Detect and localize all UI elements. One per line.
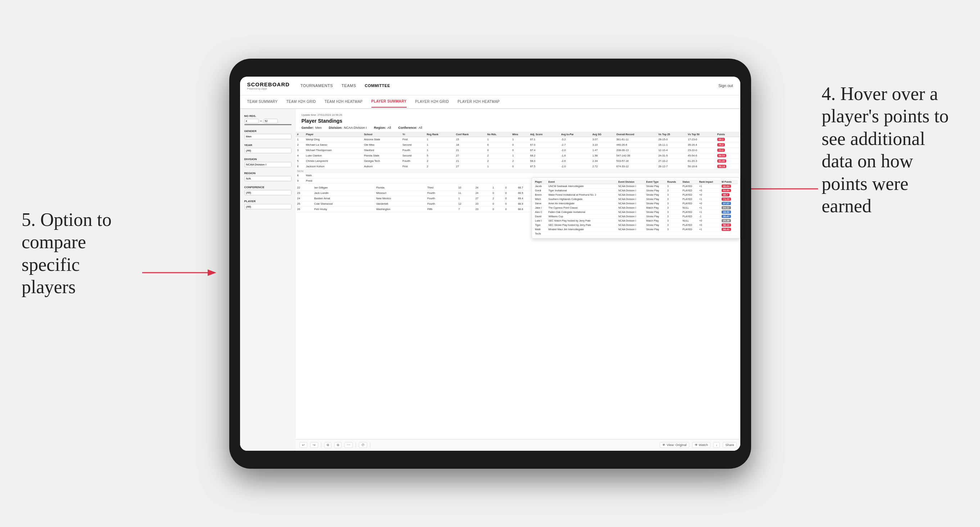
filter-division: Division: NCAA Division I: [329, 126, 367, 130]
hover-popup: Player Event Event Division Event Type R…: [531, 177, 740, 238]
table-row: 6 Jackson Kohon Auburn First 2 27 1 0 87…: [296, 163, 740, 169]
sidebar-no-rds-max-input[interactable]: [263, 119, 278, 124]
table-row: 4 Luke Clanton Florida State Second 5 27…: [296, 153, 740, 158]
table-header-row: # Player School Yr Reg Rank Conf Rank No…: [296, 132, 740, 137]
nav-teams[interactable]: TEAMS: [342, 82, 356, 89]
watch-button[interactable]: 👁 Watch: [692, 442, 710, 448]
sidebar-player-label: Player: [244, 200, 291, 203]
col-rank: #: [296, 132, 305, 137]
sub-nav-team-h2h-grid[interactable]: TEAM H2H GRID: [286, 96, 316, 107]
filter-region: Region: All: [374, 126, 391, 130]
popup-col-player: Player: [534, 180, 547, 184]
sidebar-region: Region N/A: [244, 171, 291, 181]
nav-committee[interactable]: COMMITTEE: [365, 82, 390, 89]
sign-out-link[interactable]: Sign out: [718, 83, 733, 88]
table-divider-row: Niche: [296, 169, 740, 173]
annotation-left: 5. Option to compare specific players: [22, 209, 137, 298]
popup-col-rank-impact: Rank Impact: [698, 180, 721, 184]
toolbar-sep1: [321, 442, 321, 448]
table-row: 2 Michael La Sasso Ole Miss Second 1 18 …: [296, 142, 740, 148]
sidebar-no-rds-label: No Rds.: [244, 114, 291, 117]
popup-table-row: Mitch Southern Highlands Collegiate NCAA…: [534, 197, 738, 201]
filter-gender: Gender: Men: [302, 126, 322, 130]
nav-tournaments[interactable]: TOURNAMENTS: [301, 82, 333, 89]
popup-table-row: David Williams Cup NCAA Division I Strok…: [534, 214, 738, 218]
content-header: Update time: 27/01/2024 16:56:26 Player …: [296, 109, 740, 132]
sidebar-gender-select[interactable]: Men Women: [244, 134, 291, 139]
col-avg-sg: Avg SG: [591, 132, 615, 137]
sidebar-conference: Conference (All): [244, 186, 291, 195]
sub-nav-team-h2h-heatmap[interactable]: TEAM H2H HEATMAP: [325, 96, 363, 107]
watch-label: Watch: [699, 443, 708, 447]
sidebar-division-select[interactable]: NCAA Division I: [244, 162, 291, 167]
col-conf-rank: Conf Rank: [455, 132, 486, 137]
content-area: Update time: 27/01/2024 16:56:26 Player …: [296, 109, 740, 451]
col-yr: Yr: [401, 132, 425, 137]
content-title: Player Standings: [302, 118, 735, 124]
table-row: 5 Christo Lamprecht Georgia Tech Fourth …: [296, 158, 740, 163]
more-button[interactable]: ⋯: [344, 442, 353, 448]
col-vs50: Vs Top 50: [686, 132, 716, 137]
update-time: Update time: 27/01/2024 16:56:26: [302, 113, 735, 117]
col-reg-rank: Reg Rank: [425, 132, 455, 137]
sidebar-no-rds-slider[interactable]: [244, 124, 291, 125]
logo-area: SCOREBOARD Powered by clippi: [247, 81, 290, 90]
col-player: Player: [304, 132, 363, 137]
undo-button[interactable]: ↩: [299, 442, 307, 448]
sidebar-gender-label: Gender: [244, 130, 291, 133]
filter-row: Gender: Men Division: NCAA Division I Re…: [302, 126, 735, 130]
popup-table-row: Alex C Fallen Oak Collegiate Invitationa…: [534, 210, 738, 214]
sidebar-conference-select[interactable]: (All): [244, 190, 291, 195]
logo-text: SCOREBOARD: [247, 81, 290, 87]
sub-nav-player-h2h-heatmap[interactable]: PLAYER H2H HEATMAP: [457, 96, 500, 107]
sidebar-conference-label: Conference: [244, 186, 291, 189]
sidebar-region-select[interactable]: N/A: [244, 176, 291, 181]
sidebar-division: Division NCAA Division I: [244, 157, 291, 167]
popup-table-row: Techi: [534, 231, 738, 236]
popup-table-row: Brenn Wake Forest Invitational at Pinehu…: [534, 192, 738, 197]
share-label: Share: [725, 443, 734, 447]
paste-button[interactable]: ⧉: [334, 442, 342, 448]
view-original-button[interactable]: 👁 View: Original: [660, 442, 689, 448]
sub-nav-player-summary[interactable]: PLAYER SUMMARY: [371, 96, 407, 108]
download-button[interactable]: ↓: [713, 442, 720, 448]
bottom-toolbar: ↩ ↪ ⧉ ⧉ ⋯ ⏱ 👁 View: Original: [296, 439, 740, 451]
annotation-right: 4. Hover over a player's points to see a…: [822, 83, 958, 217]
sidebar-player-select[interactable]: (All): [244, 204, 291, 210]
table-wrapper: # Player School Yr Reg Rank Conf Rank No…: [296, 132, 740, 439]
popup-table-row: Gordi Tiger Invitational NCAA Division I…: [534, 188, 738, 192]
redo-button[interactable]: ↪: [310, 442, 318, 448]
popup-col-w-points: W Points: [721, 180, 737, 184]
nav-right: Sign out: [718, 83, 733, 88]
sub-nav-team-summary[interactable]: TEAM SUMMARY: [247, 96, 278, 107]
toolbar-right: 👁 View: Original 👁 Watch ↓ Share: [660, 442, 737, 448]
popup-col-rounds: Rounds: [666, 180, 681, 184]
table-row: 3 Michael Thorbjornsen Stanford Fourth 1…: [296, 148, 740, 153]
copy-button[interactable]: ⧉: [324, 442, 331, 448]
tablet-screen: SCOREBOARD Powered by clippi TOURNAMENTS…: [240, 77, 740, 451]
sidebar-no-rds-min-input[interactable]: [244, 119, 259, 124]
popup-header-row: Player Event Event Division Event Type R…: [534, 180, 738, 184]
arrow-left-icon: [142, 265, 221, 280]
sub-nav-player-h2h-grid[interactable]: PLAYER H2H GRID: [415, 96, 449, 107]
share-button[interactable]: Share: [723, 442, 737, 448]
col-vs25: Vs Top 25: [657, 132, 686, 137]
page-wrapper: 5. Option to compare specific players 4.…: [0, 0, 980, 527]
popup-table-row: Tiger SEC Stroke Play hosted by Jerry Pa…: [534, 223, 738, 227]
sidebar-gender: Gender Men Women: [244, 130, 291, 139]
popup-col-division: Event Division: [617, 180, 645, 184]
col-adj-score: Adj. Score: [529, 132, 560, 137]
sub-nav: TEAM SUMMARY TEAM H2H GRID TEAM H2H HEAT…: [240, 95, 740, 109]
sidebar: No Rds. – Gender: [240, 109, 296, 451]
timer-button[interactable]: ⏱: [359, 442, 367, 448]
sidebar-player: Player (All): [244, 200, 291, 210]
sidebar-region-label: Region: [244, 171, 291, 175]
popup-col-type: Event Type: [645, 180, 666, 184]
logo-sub: Powered by clippi: [247, 87, 290, 90]
top-nav: SCOREBOARD Powered by clippi TOURNAMENTS…: [240, 77, 740, 95]
sidebar-year: Year (All): [244, 143, 291, 153]
filter-conference: Conference: All: [398, 126, 423, 130]
sidebar-year-select[interactable]: (All): [244, 148, 291, 153]
tablet-frame: SCOREBOARD Powered by clippi TOURNAMENTS…: [229, 59, 751, 469]
toolbar-sep2: [356, 442, 356, 448]
